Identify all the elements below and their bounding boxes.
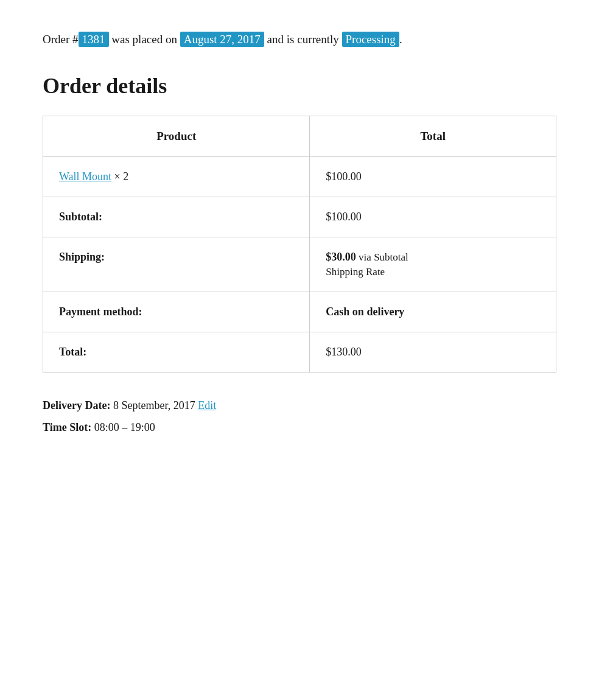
order-status: Processing xyxy=(342,32,399,47)
time-slot-label: Time Slot: xyxy=(43,421,91,433)
time-slot-value: 08:00 – 19:00 xyxy=(91,421,155,433)
product-quantity: × 2 xyxy=(114,170,129,183)
subtotal-value-cell: $100.00 xyxy=(310,197,556,237)
total-label-cell: Total: xyxy=(43,332,310,373)
table-row-subtotal: Subtotal: $100.00 xyxy=(43,197,556,237)
delivery-date-row: Delivery Date: 8 September, 2017 Edit xyxy=(43,394,556,416)
shipping-rate-line: Shipping Rate xyxy=(326,266,540,278)
order-date: August 27, 2017 xyxy=(180,32,264,47)
order-details-table: Product Total Wall Mount × 2 $100.00 Sub… xyxy=(43,116,556,373)
payment-label-cell: Payment method: xyxy=(43,292,310,332)
order-mid: was placed on xyxy=(109,33,180,46)
product-total-cell: $100.00 xyxy=(310,157,556,197)
col-total-header: Total xyxy=(310,116,556,157)
shipping-value-cell: $30.00 via Subtotal Shipping Rate xyxy=(310,237,556,292)
shipping-amount: $30.00 xyxy=(326,251,356,263)
delivery-date-value: 8 September, 2017 xyxy=(110,399,198,411)
time-slot-row: Time Slot: 08:00 – 19:00 xyxy=(43,416,556,438)
order-number: 1381 xyxy=(79,32,109,47)
subtotal-label-cell: Subtotal: xyxy=(43,197,310,237)
shipping-via: via Subtotal xyxy=(356,251,408,263)
product-cell: Wall Mount × 2 xyxy=(43,157,310,197)
table-row-total: Total: $130.00 xyxy=(43,332,556,373)
meta-info: Delivery Date: 8 September, 2017 Edit Ti… xyxy=(43,394,556,438)
section-title: Order details xyxy=(43,73,556,99)
edit-link[interactable]: Edit xyxy=(198,399,216,411)
order-period: . xyxy=(399,33,402,46)
shipping-label-cell: Shipping: xyxy=(43,237,310,292)
table-row-product: Wall Mount × 2 $100.00 xyxy=(43,157,556,197)
payment-value-cell: Cash on delivery xyxy=(310,292,556,332)
table-header-row: Product Total xyxy=(43,116,556,157)
order-suffix: and is currently xyxy=(264,33,342,46)
table-row-shipping: Shipping: $30.00 via Subtotal Shipping R… xyxy=(43,237,556,292)
table-row-payment: Payment method: Cash on delivery xyxy=(43,292,556,332)
product-link[interactable]: Wall Mount xyxy=(59,170,111,183)
order-summary: Order #1381 was placed on August 27, 201… xyxy=(43,30,556,49)
col-product-header: Product xyxy=(43,116,310,157)
order-prefix: Order # xyxy=(43,33,79,46)
delivery-date-label: Delivery Date: xyxy=(43,399,110,411)
total-value-cell: $130.00 xyxy=(310,332,556,373)
